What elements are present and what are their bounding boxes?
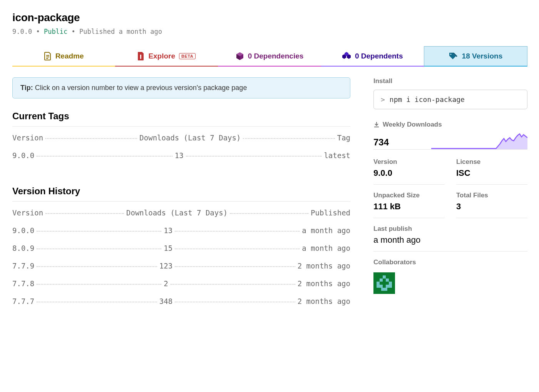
col-version: Version xyxy=(12,133,43,142)
col-downloads: Downloads (Last 7 Days) xyxy=(139,133,241,142)
published-value: a month ago xyxy=(302,244,350,252)
downloads-value: 2 xyxy=(164,279,168,288)
meta-size: Unpacked Size 111 kB xyxy=(373,192,445,218)
tip-box: Tip: Click on a version number to view a… xyxy=(12,77,350,98)
tab-versions-label: 18 Versions xyxy=(462,52,503,60)
current-tags-header: Version Downloads (Last 7 Days) Tag xyxy=(12,133,350,142)
collaborator-avatar[interactable] xyxy=(373,272,395,294)
version-link[interactable]: 7.7.7 xyxy=(12,297,34,305)
install-command[interactable]: > npm i icon-package xyxy=(373,90,527,109)
package-title: icon-package xyxy=(12,12,527,24)
table-row: 8.0.915a month ago xyxy=(12,244,350,252)
tab-readme-label: Readme xyxy=(55,52,84,60)
explore-icon xyxy=(137,52,144,60)
col-published: Published xyxy=(311,209,350,217)
downloads-sparkline xyxy=(431,132,527,149)
published-value: 2 months ago xyxy=(298,279,350,288)
lastpub-label: Last publish xyxy=(373,225,527,233)
svg-rect-5 xyxy=(380,279,383,282)
install-cmd-text: npm i icon-package xyxy=(390,95,465,103)
svg-point-1 xyxy=(140,58,141,59)
svg-rect-10 xyxy=(386,285,389,288)
meta-version: Version 9.0.0 xyxy=(373,158,445,185)
files-label: Total Files xyxy=(456,192,527,199)
size-label: Unpacked Size xyxy=(373,192,445,199)
tab-readme[interactable]: Readme xyxy=(12,46,115,67)
version-link[interactable]: 7.7.8 xyxy=(12,279,34,288)
tags-icon xyxy=(449,52,458,60)
lastpub-value: a month ago xyxy=(373,235,527,245)
license-value: ISC xyxy=(456,168,527,178)
version-link[interactable]: 9.0.0 xyxy=(12,226,34,235)
table-row: 7.7.73482 months ago xyxy=(12,297,350,305)
version-history-heading: Version History xyxy=(12,186,350,197)
version-value: 9.0.0 xyxy=(373,168,445,178)
version-label: Version xyxy=(373,158,445,166)
tip-text: Click on a version number to view a prev… xyxy=(33,84,247,92)
weekly-downloads-label: Weekly Downloads xyxy=(383,121,442,128)
version-link[interactable]: 7.7.9 xyxy=(12,262,34,270)
sidebar: Install > npm i icon-package Weekly Down… xyxy=(373,77,527,315)
svg-rect-4 xyxy=(383,275,386,279)
package-meta: 9.0.0 • Public • Published a month ago xyxy=(12,28,527,35)
tabs: Readme Explore BETA 0 Dependencies 0 Dep… xyxy=(12,46,527,67)
tab-dependencies-label: 0 Dependencies xyxy=(248,52,304,60)
license-label: License xyxy=(456,158,527,166)
downloads-value: 13 xyxy=(164,226,172,235)
caret-icon: > xyxy=(381,95,385,103)
col-version: Version xyxy=(12,209,43,217)
cubes-icon xyxy=(342,52,351,60)
current-tags-heading: Current Tags xyxy=(12,111,350,122)
files-value: 3 xyxy=(456,202,527,212)
svg-point-2 xyxy=(450,53,451,55)
published-value: 2 months ago xyxy=(298,297,350,305)
tab-dependents-label: 0 Dependents xyxy=(355,52,403,60)
svg-rect-0 xyxy=(140,55,141,58)
table-row: 7.7.91232 months ago xyxy=(12,262,350,270)
collaborators-label: Collaborators xyxy=(373,259,527,266)
tab-explore-label: Explore xyxy=(148,52,175,60)
published-value: 2 months ago xyxy=(298,262,350,270)
table-row: 9.0.013a month ago xyxy=(12,226,350,235)
weekly-downloads-value: 734 xyxy=(373,137,389,149)
col-tag: Tag xyxy=(337,133,350,142)
version-link[interactable]: 8.0.9 xyxy=(12,244,34,252)
tab-dependencies[interactable]: 0 Dependencies xyxy=(218,46,321,67)
svg-rect-9 xyxy=(380,285,383,288)
version-link[interactable]: 9.0.0 xyxy=(12,151,34,160)
package-published: Published a month ago xyxy=(79,28,162,35)
tab-dependents[interactable]: 0 Dependents xyxy=(321,46,424,67)
published-value: a month ago xyxy=(302,226,350,235)
beta-badge: BETA xyxy=(179,53,196,59)
package-version: 9.0.0 xyxy=(12,28,32,35)
downloads-value: 13 xyxy=(175,151,184,160)
divider xyxy=(12,126,350,127)
downloads-value: 15 xyxy=(164,244,172,252)
svg-rect-8 xyxy=(389,282,392,288)
tab-explore[interactable]: Explore BETA xyxy=(115,46,218,67)
tip-label: Tip: xyxy=(20,84,33,92)
meta-lastpub: Last publish a month ago xyxy=(373,225,527,252)
table-row: 9.0.013latest xyxy=(12,151,350,160)
col-downloads: Downloads (Last 7 Days) xyxy=(126,209,228,217)
tab-versions[interactable]: 18 Versions xyxy=(424,46,527,67)
version-history-header: Version Downloads (Last 7 Days) Publishe… xyxy=(12,209,350,217)
download-icon xyxy=(373,122,380,128)
divider xyxy=(12,201,350,202)
install-label: Install xyxy=(373,77,527,85)
downloads-value: 348 xyxy=(159,297,172,305)
svg-rect-11 xyxy=(381,288,387,291)
table-row: 7.7.822 months ago xyxy=(12,279,350,288)
downloads-value: 123 xyxy=(159,262,172,270)
readme-icon xyxy=(44,52,52,60)
meta-license: License ISC xyxy=(456,158,527,185)
package-visibility: Public xyxy=(44,28,67,35)
tag-value: latest xyxy=(324,151,350,160)
meta-files: Total Files 3 xyxy=(456,192,527,218)
svg-rect-6 xyxy=(386,279,389,282)
size-value: 111 kB xyxy=(373,202,445,212)
svg-rect-7 xyxy=(377,282,380,288)
cube-icon xyxy=(236,52,244,60)
